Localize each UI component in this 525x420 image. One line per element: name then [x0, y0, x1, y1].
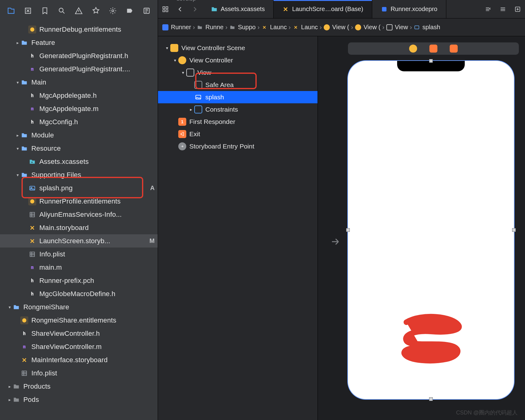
breakpoints-icon[interactable] — [125, 6, 134, 15]
outline-constraints[interactable]: ▸Constraints — [158, 103, 318, 116]
tab-assets[interactable]: Assets.xcassets — [202, 0, 274, 18]
file-header[interactable]: hMgcConfig.h — [0, 115, 158, 129]
disclosure-icon[interactable]: ▸ — [15, 40, 20, 45]
find-icon[interactable] — [57, 6, 66, 15]
crumb-folder[interactable]: Runne — [197, 24, 223, 31]
bookmark-icon[interactable] — [40, 6, 49, 15]
file-header[interactable]: hRunner-prefix.pch — [0, 274, 158, 287]
file-header[interactable]: hMgcGlobeMacroDefine.h — [0, 287, 158, 300]
h-file-icon: h — [28, 92, 36, 100]
forward-icon[interactable] — [188, 0, 202, 18]
file-tree[interactable]: RunnerDebug.entitlements ▸Feature hGener… — [0, 22, 158, 420]
reports-icon[interactable] — [142, 6, 151, 15]
folder-resource[interactable]: ▾Resource — [0, 142, 158, 155]
source-control-icon[interactable] — [23, 6, 33, 15]
path-bar[interactable]: Runner› Runne› Suppo› Launc› Launc› View… — [158, 18, 525, 36]
dock-exit-icon[interactable] — [450, 45, 458, 53]
crumb-scene[interactable]: View ( — [324, 24, 349, 31]
file-plist[interactable]: Info.plist — [0, 367, 158, 380]
file-xcassets[interactable]: Assets.xcassets — [0, 155, 158, 168]
outline-view-controller[interactable]: ▾View Controller — [158, 54, 318, 66]
svg-rect-10 — [30, 252, 35, 256]
file-launchscreen-storyboard[interactable]: LaunchScreen.storyb...M — [0, 234, 158, 248]
disclosure-icon[interactable]: ▾ — [15, 146, 20, 151]
file-plist[interactable]: Info.plist — [0, 248, 158, 261]
file-header[interactable]: hGeneratedPluginRegistrant.h — [0, 49, 158, 62]
scene-dock[interactable] — [348, 42, 519, 55]
svg-rect-15 — [163, 10, 165, 11]
crumb-splash[interactable]: splash — [414, 24, 440, 31]
disclosure-icon[interactable]: ▾ — [180, 70, 186, 75]
file-impl[interactable]: mMgcAppdelegate.m — [0, 102, 158, 115]
add-editor-icon[interactable] — [510, 0, 525, 18]
file-storyboard[interactable]: Main.storyboard — [0, 221, 158, 234]
outline-splash[interactable]: splash — [158, 91, 318, 103]
crumb-storyboard[interactable]: Launc — [261, 24, 287, 31]
exit-icon — [178, 130, 186, 138]
file-entitlements[interactable]: RunnerProfile.entitlements — [0, 195, 158, 208]
disclosure-icon[interactable]: ▸ — [188, 107, 194, 112]
file-header[interactable]: hMgcAppdelegate.h — [0, 89, 158, 102]
entry-point-arrow-icon[interactable] — [330, 236, 341, 249]
file-splash-png[interactable]: splash.pngA — [0, 181, 158, 195]
outline-scene[interactable]: ▾View Controller Scene — [158, 42, 318, 54]
file-entitlements[interactable]: RongmeiShare.entitlements — [0, 314, 158, 327]
file-impl[interactable]: mShareViewController.m — [0, 340, 158, 353]
recent-files-icon[interactable] — [481, 0, 495, 18]
tab-launchscreen[interactable]: LaunchScre…oard (Base) — [274, 0, 372, 18]
tests-icon[interactable] — [91, 6, 101, 15]
debug-icon[interactable] — [108, 6, 117, 15]
resize-handle[interactable] — [429, 397, 433, 401]
crumb-view[interactable]: View — [386, 24, 408, 31]
folder-module[interactable]: ▸Module — [0, 129, 158, 142]
tab-runner-project[interactable]: Runner.xcodepro — [372, 0, 446, 18]
outline-entry-point[interactable]: Storyboard Entry Point — [158, 140, 318, 153]
crumb-vc[interactable]: View ( — [355, 24, 381, 31]
file-storyboard[interactable]: MainInterface.storyboard — [0, 353, 158, 367]
file-impl[interactable]: mmain.m — [0, 261, 158, 274]
issues-icon[interactable] — [74, 6, 83, 15]
dock-first-responder-icon[interactable] — [429, 45, 437, 53]
m-file-icon: m — [28, 263, 36, 271]
project-navigator-icon[interactable] — [6, 6, 16, 15]
storyboard-icon — [282, 6, 289, 13]
folder-products[interactable]: ▸Products — [0, 380, 158, 393]
folder-icon — [12, 303, 20, 311]
crumb-storyboard[interactable]: Launc — [293, 24, 318, 31]
outline-view[interactable]: ▾View — [158, 66, 318, 79]
file-impl[interactable]: mGeneratedPluginRegistrant.... — [0, 62, 158, 76]
outline-exit[interactable]: Exit — [158, 128, 318, 140]
document-outline[interactable]: ▾View Controller Scene ▾View Controller … — [158, 36, 318, 420]
crumb-folder[interactable]: Suppo — [229, 24, 256, 31]
folder-supporting-files[interactable]: ▾Supporting Files — [0, 168, 158, 181]
disclosure-icon[interactable]: ▸ — [7, 397, 12, 402]
entry-point-icon — [178, 142, 186, 150]
vc-icon — [355, 24, 361, 30]
resize-handle[interactable] — [512, 228, 516, 232]
crumb-project[interactable]: Runner — [162, 24, 191, 31]
disclosure-icon[interactable]: ▸ — [7, 384, 12, 389]
disclosure-icon[interactable]: ▾ — [164, 46, 170, 50]
disclosure-icon[interactable]: ▾ — [15, 80, 20, 85]
folder-main[interactable]: ▾Main — [0, 76, 158, 89]
file-entitlements[interactable]: RunnerDebug.entitlements — [0, 23, 158, 36]
file-plist[interactable]: AliyunEmasServices-Info... — [0, 208, 158, 221]
resize-handle[interactable] — [346, 228, 350, 232]
resize-handle[interactable] — [429, 59, 433, 63]
disclosure-icon[interactable]: ▾ — [7, 305, 12, 310]
back-icon[interactable] — [173, 0, 188, 18]
file-header[interactable]: hShareViewController.h — [0, 327, 158, 340]
folder-rongmeishare[interactable]: ▾RongmeiShare — [0, 300, 158, 314]
disclosure-icon[interactable]: ▾ — [15, 172, 20, 177]
folder-feature[interactable]: ▸Feature — [0, 36, 158, 49]
outline-safe-area[interactable]: Safe Area — [158, 79, 318, 91]
interface-builder-canvas[interactable] — [318, 36, 525, 420]
outline-first-responder[interactable]: 1First Responder — [158, 116, 318, 128]
adjust-editor-icon[interactable] — [495, 0, 510, 18]
disclosure-icon[interactable]: ▸ — [15, 133, 20, 138]
dock-vc-icon[interactable] — [409, 45, 417, 53]
disclosure-icon[interactable]: ▾ — [172, 58, 178, 63]
folder-pods[interactable]: ▸Pods — [0, 393, 158, 406]
device-preview[interactable] — [348, 61, 514, 399]
related-items-icon[interactable] — [158, 0, 173, 18]
